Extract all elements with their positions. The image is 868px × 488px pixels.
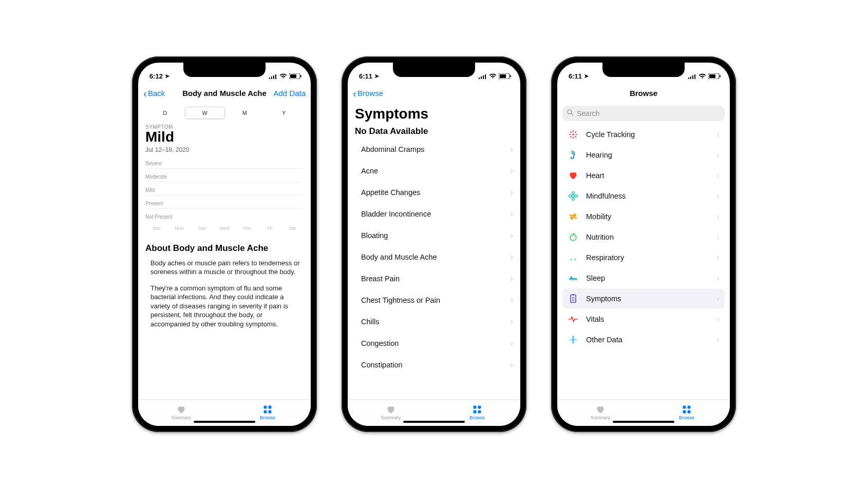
battery-icon <box>289 73 301 79</box>
add-data-label: Add Data <box>273 89 306 97</box>
browse-item-nutrition[interactable]: Nutrition› <box>562 227 725 247</box>
ylabel-moderate: Moderate <box>145 169 304 182</box>
list-item-label: Acne <box>361 167 378 175</box>
symptom-list[interactable]: Abdominal Cramps›Acne›Appetite Changes›B… <box>348 139 520 399</box>
about-paragraph-1: Body aches or muscle pain refers to tend… <box>145 259 304 277</box>
ylabel-severe: Severe <box>145 155 304 169</box>
home-indicator[interactable] <box>613 421 674 423</box>
chevron-right-icon: › <box>511 231 513 240</box>
browse-item-sleep[interactable]: Sleep› <box>562 268 725 288</box>
list-item[interactable]: Acne› <box>348 160 520 182</box>
respiratory-icon <box>568 252 579 263</box>
list-item[interactable]: Bladder Incontinence› <box>348 203 520 225</box>
list-item-label: Chills <box>361 318 379 326</box>
cell-signal-icon <box>688 74 696 79</box>
list-item[interactable]: Body and Muscle Ache› <box>348 246 520 268</box>
seg-w[interactable]: W <box>185 107 225 119</box>
tab-browse-label: Browse <box>679 415 694 420</box>
browse-item-label: Respiratory <box>586 253 624 262</box>
heart-icon <box>595 405 606 414</box>
svg-rect-24 <box>692 75 693 79</box>
page-title: Symptoms <box>348 104 520 126</box>
svg-rect-19 <box>478 406 481 409</box>
browse-item-cycle-tracking[interactable]: Cycle Tracking› <box>562 124 725 145</box>
list-item[interactable]: Constipation› <box>348 354 520 376</box>
heart-icon <box>176 405 187 414</box>
back-button[interactable]: ‹ Back <box>143 88 165 99</box>
search-placeholder: Search <box>577 109 599 118</box>
search-input[interactable]: Search <box>562 106 725 121</box>
browse-item-heart[interactable]: Heart› <box>562 165 725 186</box>
notch <box>602 63 685 77</box>
list-item[interactable]: Breast Pain› <box>348 268 520 289</box>
time-range-segmented[interactable]: D W M Y <box>145 107 304 119</box>
seg-d[interactable]: D <box>145 107 185 119</box>
chevron-right-icon: › <box>511 145 513 154</box>
browse-item-mobility[interactable]: Mobility› <box>562 206 725 227</box>
tab-summary-label: Summary <box>591 415 611 420</box>
sleep-icon <box>568 272 579 284</box>
ylabel-present: Present <box>145 196 304 209</box>
chevron-right-icon: › <box>717 130 720 139</box>
list-item-label: Congestion <box>361 339 399 347</box>
svg-rect-1 <box>271 76 272 79</box>
back-label: Back <box>148 89 165 97</box>
browse-item-other-data[interactable]: Other Data› <box>562 329 725 350</box>
list-item[interactable]: Congestion› <box>348 333 520 354</box>
tab-browse-label: Browse <box>260 415 275 420</box>
home-indicator[interactable] <box>403 421 465 423</box>
date-range: Jul 12–18, 2020 <box>145 146 304 153</box>
list-item[interactable]: Chills› <box>348 311 520 333</box>
chevron-right-icon: › <box>717 150 720 159</box>
svg-rect-25 <box>694 74 695 79</box>
svg-line-36 <box>571 131 572 132</box>
svg-rect-5 <box>290 74 296 78</box>
list-item[interactable]: Abdominal Cramps› <box>348 139 520 160</box>
list-item[interactable]: Chest Tightness or Pain› <box>348 289 520 311</box>
home-indicator[interactable] <box>194 421 255 423</box>
back-button[interactable]: ‹ Browse <box>353 88 383 99</box>
svg-rect-7 <box>264 406 267 409</box>
chevron-right-icon: › <box>511 166 513 175</box>
browse-item-mindfulness[interactable]: Mindfulness› <box>562 186 725 206</box>
svg-rect-10 <box>269 411 272 414</box>
nav-bar: Browse <box>557 83 730 104</box>
cell-signal-icon <box>479 74 487 79</box>
browse-item-label: Symptoms <box>586 295 621 303</box>
svg-rect-8 <box>269 406 272 409</box>
browse-item-symptoms[interactable]: Symptoms› <box>562 288 725 309</box>
browse-item-hearing[interactable]: Hearing› <box>562 145 725 165</box>
chevron-left-icon: ‹ <box>143 88 147 99</box>
severity-chart: Severe Moderate Mild Present Not Present… <box>145 155 304 231</box>
about-paragraph-2: They're a common symptom of flu and some… <box>145 284 304 329</box>
list-item[interactable]: Bloating› <box>348 225 520 246</box>
wifi-icon <box>699 73 706 79</box>
svg-rect-21 <box>478 411 481 414</box>
svg-rect-11 <box>479 77 480 79</box>
list-item[interactable]: Appetite Changes› <box>348 182 520 203</box>
svg-point-31 <box>572 133 574 135</box>
tab-summary-label: Summary <box>172 415 192 420</box>
seg-m[interactable]: M <box>225 107 265 119</box>
battery-icon <box>499 73 511 79</box>
svg-rect-52 <box>571 295 576 302</box>
chevron-right-icon: › <box>717 335 720 344</box>
phone-3: 6:11 ➤ Browse Search Cycle Tracking›Hear… <box>551 56 736 432</box>
browse-item-respiratory[interactable]: Respiratory› <box>562 247 725 268</box>
cell-signal-icon <box>269 74 277 79</box>
phone-2: 6:11 ➤ ‹ Browse Symptoms No Data Availab… <box>342 56 526 432</box>
browse-item-vitals[interactable]: Vitals› <box>562 309 725 329</box>
svg-rect-59 <box>683 406 686 409</box>
battery-icon <box>708 73 721 79</box>
add-data-button[interactable]: Add Data <box>273 89 306 97</box>
chevron-right-icon: › <box>511 360 513 369</box>
browse-list[interactable]: Cycle Tracking›Hearing›Heart›Mindfulness… <box>557 124 730 399</box>
svg-line-37 <box>575 136 576 137</box>
chevron-right-icon: › <box>717 274 720 282</box>
seg-y[interactable]: Y <box>265 107 304 119</box>
svg-rect-22 <box>688 77 689 79</box>
about-heading: About Body and Muscle Ache <box>145 243 304 253</box>
nav-bar: ‹ Browse <box>348 83 520 104</box>
svg-rect-50 <box>570 279 577 280</box>
severity-value: Mild <box>145 129 304 145</box>
